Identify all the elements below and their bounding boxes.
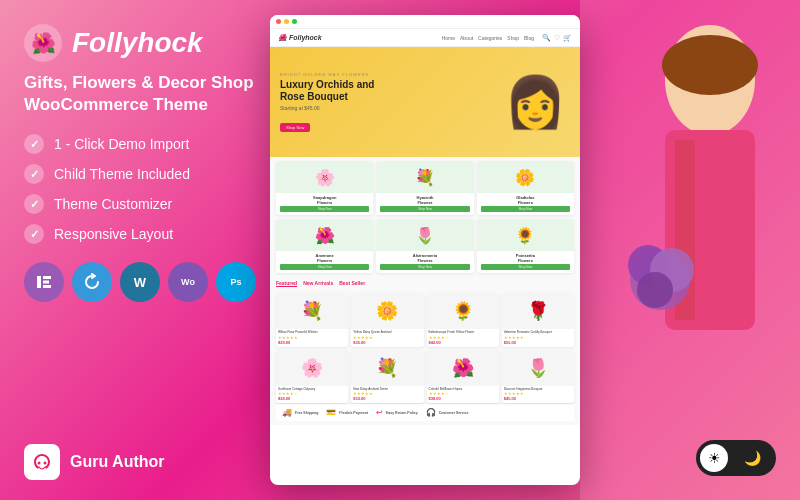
dark-mode-toggle[interactable]: ☀ 🌙 xyxy=(696,440,776,476)
category-card-1[interactable]: 🌸 SnapdragonFlowers Shop Now xyxy=(276,161,373,215)
svg-rect-2 xyxy=(37,276,41,288)
cat-img-5: 🌷 xyxy=(376,219,473,251)
return-icon: ↩ xyxy=(376,408,383,417)
category-card-4[interactable]: 🌺 AnemoneFlowers Shop Now xyxy=(276,219,373,273)
product-info-4: Valentine Romantic Cuddly Bouquet ★★★★★ … xyxy=(502,329,574,347)
product-card-4[interactable]: 🌹 Valentine Romantic Cuddly Bouquet ★★★★… xyxy=(502,293,574,347)
hero-image: 👩 xyxy=(495,47,575,157)
product-card-1[interactable]: 💐 Willow Rose Peaceful Wishes ★★★★★ $29.… xyxy=(276,293,348,347)
tech-badges: W Wo Ps xyxy=(24,262,276,302)
feature-item-4: ✓ Responsive Layout xyxy=(24,224,276,244)
tagline: Gifts, Flowers & Decor Shop WooCommerce … xyxy=(24,72,276,116)
theme-nav: 🌺 Follyhock Home About Categories Shop B… xyxy=(270,29,580,47)
category-row-1: 🌸 SnapdragonFlowers Shop Now 💐 HyacinthF… xyxy=(276,161,574,215)
footer-shipping: 🚚 Free Shipping xyxy=(282,408,318,417)
woocommerce-badge[interactable]: Wo xyxy=(168,262,208,302)
cat-btn-4[interactable]: Shop Now xyxy=(280,264,369,270)
product-price-1: $29.00 xyxy=(278,340,346,345)
shipping-text: Free Shipping xyxy=(295,411,318,415)
theme-preview: 🌺 Follyhock Home About Categories Shop B… xyxy=(270,15,580,485)
category-card-2[interactable]: 💐 HyacinthFlowers Shop Now xyxy=(376,161,473,215)
feature-item-3: ✓ Theme Customizer xyxy=(24,194,276,214)
category-card-3[interactable]: 🌼 GladiolusFlowers Shop Now xyxy=(477,161,574,215)
product-price-2: $35.00 xyxy=(353,340,421,345)
product-image-6: 💐 xyxy=(351,350,423,386)
cat-btn-3[interactable]: Shop Now xyxy=(481,206,570,212)
svg-point-6 xyxy=(38,462,41,465)
hero-cta-button[interactable]: Shop Now xyxy=(280,123,310,132)
refresh-badge[interactable] xyxy=(72,262,112,302)
cat-btn-5[interactable]: Shop Now xyxy=(380,264,469,270)
svg-point-16 xyxy=(637,272,673,308)
cat-name-6: PoinsettiaFlowers xyxy=(477,251,574,264)
cat-btn-1[interactable]: Shop Now xyxy=(280,206,369,212)
tab-featured[interactable]: Featured xyxy=(276,280,297,287)
product-price-6: $33.00 xyxy=(353,396,421,401)
cat-img-4: 🌺 xyxy=(276,219,373,251)
main-container: 🌺 Follyhock Gifts, Flowers & Decor Shop … xyxy=(0,0,800,500)
product-grid-2: 🌸 Sunflower Cottage Odyssey ★★★★☆ $28.00… xyxy=(276,350,574,404)
product-price-8: $45.00 xyxy=(504,396,572,401)
hero-price: Starting at $45.00 xyxy=(280,105,374,111)
theme-footer: 🚚 Free Shipping 💳 Flexible Payment ↩ Eas… xyxy=(276,403,574,421)
product-card-5[interactable]: 🌸 Sunflower Cottage Odyssey ★★★★☆ $28.00 xyxy=(276,350,348,404)
tab-new-arrivals[interactable]: New Arrivals xyxy=(303,280,333,287)
cat-btn-2[interactable]: Shop Now xyxy=(380,206,469,212)
logo-area: 🌺 Follyhock xyxy=(24,24,276,62)
toggle-dark-icon: 🌙 xyxy=(732,450,772,466)
svg-rect-3 xyxy=(43,276,51,279)
product-card-8[interactable]: 🌷 Discover Happiness Bouquet ★★★★★ $45.0… xyxy=(502,350,574,404)
author-text: Guru Author xyxy=(70,453,165,471)
category-card-6[interactable]: 🌻 PoinsettiaFlowers Shop Now xyxy=(477,219,574,273)
product-info-2: Yellow Daisy Queen Archival ★★★★★ $35.00 xyxy=(351,329,423,347)
product-info-5: Sunflower Cottage Odyssey ★★★★☆ $28.00 xyxy=(276,386,348,404)
product-image-4: 🌹 xyxy=(502,293,574,329)
feature-item-1: ✓ 1 - Click Demo Import xyxy=(24,134,276,154)
photoshop-badge[interactable]: Ps xyxy=(216,262,256,302)
return-text: Easy Return Policy xyxy=(386,411,418,415)
nav-logo: 🌺 Follyhock xyxy=(278,34,322,42)
product-image-8: 🌷 xyxy=(502,350,574,386)
product-card-2[interactable]: 🌼 Yellow Daisy Queen Archival ★★★★★ $35.… xyxy=(351,293,423,347)
footer-return: ↩ Easy Return Policy xyxy=(376,408,418,417)
wordpress-badge[interactable]: W xyxy=(120,262,160,302)
product-info-8: Discover Happiness Bouquet ★★★★★ $45.00 xyxy=(502,386,574,404)
product-info-1: Willow Rose Peaceful Wishes ★★★★★ $29.00 xyxy=(276,329,348,347)
elementor-badge[interactable] xyxy=(24,262,64,302)
cat-img-6: 🌻 xyxy=(477,219,574,251)
customer-icon: 🎧 xyxy=(426,408,436,417)
payment-icon: 💳 xyxy=(326,408,336,417)
product-price-7: $38.00 xyxy=(429,396,497,401)
footer-payment: 💳 Flexible Payment xyxy=(326,408,368,417)
toggle-light-icon: ☀ xyxy=(700,444,728,472)
category-card-5[interactable]: 🌷 AlstroemeriaFlowers Shop Now xyxy=(376,219,473,273)
svg-rect-4 xyxy=(43,281,49,284)
cat-name-1: SnapdragonFlowers xyxy=(276,193,373,206)
hero-text: BRIGHT GOLDEN WAX FLOWERS Luxury Orchids… xyxy=(280,72,374,133)
hero-label: BRIGHT GOLDEN WAX FLOWERS xyxy=(280,72,374,77)
browser-topbar xyxy=(270,15,580,29)
check-icon-3: ✓ xyxy=(24,194,44,214)
nav-links: Home About Categories Shop Blog xyxy=(442,35,534,41)
logo-icon: 🌺 xyxy=(24,24,62,62)
check-icon-1: ✓ xyxy=(24,134,44,154)
tagline-line1: Gifts, Flowers & Decor Shop xyxy=(24,72,276,94)
product-card-3[interactable]: 🌻 Kaleidoscope Fresh Yellow Flower ★★★★☆… xyxy=(427,293,499,347)
customer-text: Customer Service xyxy=(439,411,469,415)
product-card-6[interactable]: 💐 New Daisy Archival Green ★★★★★ $33.00 xyxy=(351,350,423,404)
guru-icon xyxy=(24,444,60,480)
product-card-7[interactable]: 🌺 Colorful Bellflower Hopes ★★★★☆ $38.00 xyxy=(427,350,499,404)
product-grid-1: 💐 Willow Rose Peaceful Wishes ★★★★★ $29.… xyxy=(276,293,574,347)
dot-yellow xyxy=(284,19,289,24)
author-area: Guru Author xyxy=(24,444,276,480)
cat-name-4: AnemoneFlowers xyxy=(276,251,373,264)
cat-img-3: 🌼 xyxy=(477,161,574,193)
hero-title: Luxury Orchids andRose Bouquet xyxy=(280,79,374,103)
cat-btn-6[interactable]: Shop Now xyxy=(481,264,570,270)
product-info-7: Colorful Bellflower Hopes ★★★★☆ $38.00 xyxy=(427,386,499,404)
product-section: 🌸 SnapdragonFlowers Shop Now 💐 HyacinthF… xyxy=(270,157,580,425)
svg-point-12 xyxy=(662,35,758,95)
tagline-line2: WooCommerce Theme xyxy=(24,94,276,116)
nav-icons: 🔍 ♡ 🛒 xyxy=(542,34,572,42)
tab-best-seller[interactable]: Best Seller xyxy=(339,280,365,287)
